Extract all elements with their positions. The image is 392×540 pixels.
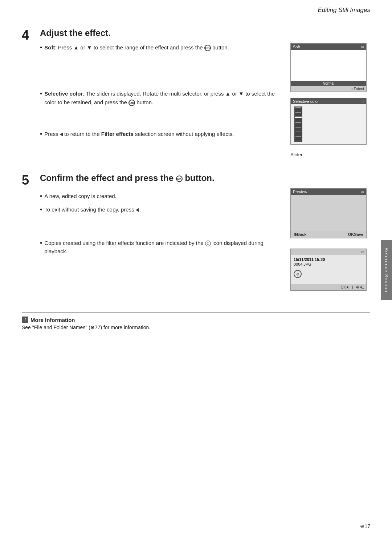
playback-filename: 0004.JPG xyxy=(294,262,363,266)
step4-bullet1-end: button. xyxy=(212,44,229,51)
sel-screen: Selective color ▭ xyxy=(290,98,367,145)
step4-spacer xyxy=(40,57,279,89)
step4-number: 4 xyxy=(22,28,40,42)
playback-ok-label: OK★ xyxy=(341,285,349,289)
preview-footer: ⊛Back OKSave xyxy=(291,231,366,238)
preview-save-label: OKSave xyxy=(348,232,363,237)
sel-screen-title: Selective color xyxy=(293,99,319,104)
more-info-text: See "File and Folder Names" (⊕77) for mo… xyxy=(22,325,370,330)
soft-screen: Soft ▭ Normal ▪ Extent xyxy=(290,43,367,92)
playback-icon: ⊙ xyxy=(205,241,211,246)
soft-screen-title: Soft xyxy=(293,45,300,49)
step5-bullet2: • To exit without saving the copy, press… xyxy=(40,205,279,214)
step5-bullet1: • A new, edited copy is created. xyxy=(40,192,279,200)
page-header: Editing Still Images xyxy=(0,0,392,17)
soft-screen-footer: ▪ Extent xyxy=(291,86,366,92)
step5-extra-bullet: • Copies created using the filter effect… xyxy=(40,239,279,256)
playback-icon-circle: ⊙ xyxy=(294,270,302,278)
step4-bullet1-text: : Press ▲ or ▼ to select the range of th… xyxy=(55,44,203,51)
sel-screen-icon: ▭ xyxy=(360,99,364,104)
step4-heading: Adjust the effect. xyxy=(40,28,370,38)
slider-indicator xyxy=(295,116,302,118)
step4-bullet2-label: Selective color xyxy=(44,90,83,97)
step4-bullet1: • Soft: Press ▲ or ▼ to select the range… xyxy=(40,43,279,52)
soft-screen-icon: ▭ xyxy=(360,44,364,49)
step5-heading: Confirm the effect and press the OK butt… xyxy=(40,173,370,183)
info-icon: i xyxy=(22,317,28,323)
step4-bullet3: • Press to return to the Filter effects … xyxy=(40,130,279,138)
step4-bullet2: • Selective color: The slider is display… xyxy=(40,89,279,106)
step5-ok-btn: OK xyxy=(176,176,183,182)
preview-title: Preview ▭ xyxy=(291,189,366,195)
step5-text-col: • A new, edited copy is created. • To ex… xyxy=(40,188,279,261)
step4-bullet3-press: Press xyxy=(44,131,58,137)
step5-bullet1-text: A new, edited copy is created. xyxy=(44,192,116,200)
step4-bullet2-ok: OK xyxy=(128,100,135,106)
page-number: ⊕17 xyxy=(360,523,370,529)
section-divider xyxy=(22,164,370,164)
more-info-section: i More Information See "File and Folder … xyxy=(22,313,370,330)
step5-row: 5 Confirm the effect and press the OK bu… xyxy=(22,173,370,291)
step4-bullet3-end: selection screen without applying effect… xyxy=(135,131,234,137)
soft-extent-label: ▪ Extent xyxy=(351,87,364,91)
preview-body xyxy=(291,195,366,231)
soft-normal-bar: Normal xyxy=(291,81,366,86)
step4-row: 4 Adjust the effect. • Soft: Press ▲ or … xyxy=(22,28,370,157)
slider-bar xyxy=(294,106,302,142)
step5-two-col: • A new, edited copy is created. • To ex… xyxy=(40,188,370,291)
step4-spacer2 xyxy=(40,112,279,130)
step4-two-col: • Soft: Press ▲ or ▼ to select the range… xyxy=(40,43,370,157)
step4-img-col: Soft ▭ Normal ▪ Extent xyxy=(290,43,370,157)
main-content: 4 Adjust the effect. • Soft: Press ▲ or … xyxy=(0,17,392,341)
soft-screen-body: Normal xyxy=(291,50,366,86)
step4-bullet2-end: button. xyxy=(136,99,153,105)
more-info-title: i More Information xyxy=(22,317,370,323)
slider-tick xyxy=(295,107,301,108)
step4-text-col: • Soft: Press ▲ or ▼ to select the range… xyxy=(40,43,279,143)
preview-back-label: ⊛Back xyxy=(294,232,306,237)
sel-screen-titlebar: Selective color ▭ xyxy=(291,98,366,104)
sel-screen-body xyxy=(291,104,366,144)
reference-section-tab: Reference Section xyxy=(381,240,392,300)
back-arrow-icon xyxy=(60,133,63,136)
step5-back-arrow-icon xyxy=(136,208,139,212)
step4-bullet3-rest: to return to the xyxy=(64,131,101,137)
step5-img-col: Preview ▭ ⊛Back OKSave xyxy=(290,188,370,291)
soft-screen-titlebar: Soft ▭ xyxy=(291,44,366,50)
step4-bullet1-ok: OK xyxy=(204,45,211,51)
preview-screen: Preview ▭ ⊛Back OKSave xyxy=(290,188,367,238)
step4-filter-effects-label: Filter effects xyxy=(101,131,134,137)
playback-body: 15/11/2011 15:30 0004.JPG ⊙ xyxy=(291,255,366,284)
step4-content: Adjust the effect. • Soft: Press ▲ or ▼ … xyxy=(40,28,370,157)
playback-count-label: 4/ 41 xyxy=(356,285,364,289)
playback-header: ▭ xyxy=(291,249,366,255)
playback-screen: ▭ 15/11/2011 15:30 0004.JPG ⊙ OK★ | 4/ 4… xyxy=(290,249,367,291)
slider-label: Slider xyxy=(290,152,302,157)
step5-bullets: • A new, edited copy is created. • To ex… xyxy=(40,192,279,214)
playback-footer: OK★ | 4/ 41 xyxy=(291,284,366,290)
step5-extra: • Copies created using the filter effect… xyxy=(40,239,279,256)
step5-number: 5 xyxy=(22,173,40,187)
step5-content: Confirm the effect and press the OK butt… xyxy=(40,173,370,291)
page-title: Editing Still Images xyxy=(318,7,370,13)
step4-bullet1-label: Soft xyxy=(44,44,55,51)
playback-datetime: 15/11/2011 15:30 xyxy=(294,257,363,262)
page-container: Editing Still Images Reference Section 4… xyxy=(0,0,392,540)
